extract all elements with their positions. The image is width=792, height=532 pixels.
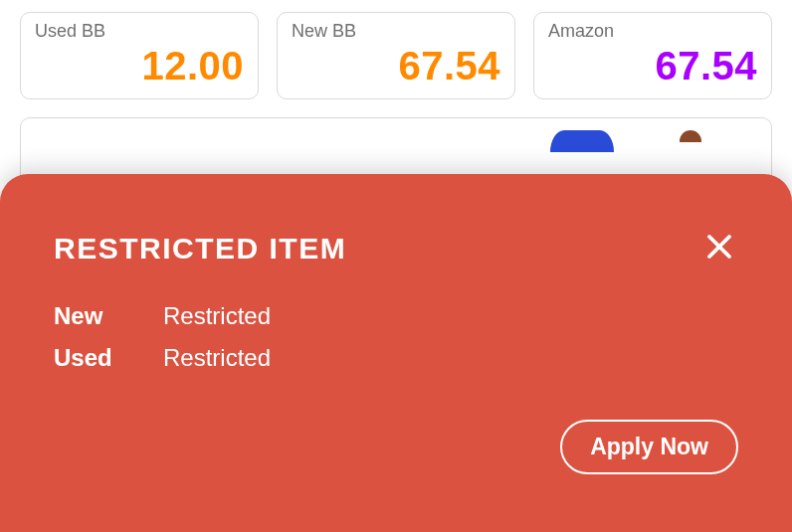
apply-now-button[interactable]: Apply Now: [560, 420, 738, 474]
price-card-value: 67.54: [292, 44, 500, 89]
status-value-new: Restricted: [163, 302, 738, 330]
close-button[interactable]: [700, 228, 738, 268]
price-card-used-bb: Used BB 12.00: [20, 12, 259, 99]
restriction-status-table: New Restricted Used Restricted: [54, 302, 738, 372]
price-card-label: Amazon: [548, 21, 757, 42]
modal-actions: Apply Now: [54, 420, 738, 474]
modal-title: RESTRICTED ITEM: [54, 232, 346, 266]
product-thumbnail-partial: [680, 130, 701, 142]
modal-header: RESTRICTED ITEM: [54, 228, 738, 268]
price-card-value: 67.54: [548, 44, 757, 89]
price-card-label: New BB: [292, 21, 500, 42]
status-key-used: Used: [54, 344, 143, 372]
price-cards-row: Used BB 12.00 New BB 67.54 Amazon 67.54: [20, 12, 772, 99]
price-card-new-bb: New BB 67.54: [277, 12, 515, 99]
price-card-amazon: Amazon 67.54: [533, 12, 772, 99]
restricted-item-modal: RESTRICTED ITEM New Restricted Used Rest…: [0, 174, 792, 532]
status-value-used: Restricted: [163, 344, 738, 372]
price-card-label: Used BB: [35, 21, 244, 42]
price-card-value: 12.00: [35, 44, 244, 89]
detail-card-graphics: [550, 130, 701, 152]
status-key-new: New: [54, 302, 143, 330]
close-icon: [704, 232, 734, 265]
product-thumbnail-partial: [550, 130, 614, 152]
